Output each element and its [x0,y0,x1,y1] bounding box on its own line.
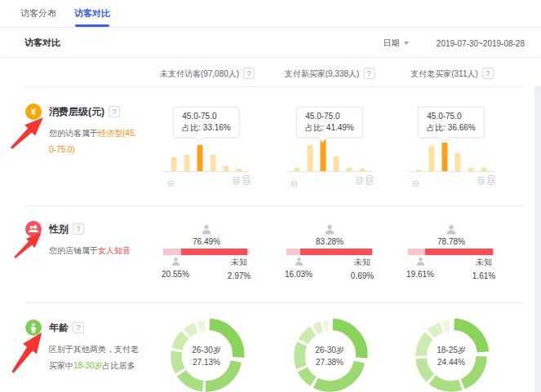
row-description: 区别于其他两类，支付老买家中18-30岁占比居多 [49,341,140,374]
chart-tooltip: 45.0-75.0 占比: 36.66% [418,107,484,138]
coins-high-icon [233,172,251,187]
male-icon [171,259,181,268]
consumption-chart-unpaid: 45.0-75.0 占比: 33.16% [157,96,255,205]
female-icon [324,224,336,237]
male-block: 16.03% [282,257,315,279]
row-title: 消费层级(元) [49,105,104,119]
female-icon [446,224,458,237]
male-percent: 16.03% [282,270,315,279]
tab-visitor-distribution[interactable]: 访客分布 [20,0,56,27]
male-icon [294,259,304,268]
donut-center-label: 26-30岁 27.13% [157,344,255,368]
unknown-block: 未知 0.69% [346,257,379,280]
gender-chart-new-buyers: 83.28% 16.03% 未知 0.69% [281,220,379,285]
panel-title: 访客对比 [24,37,60,49]
tab-bar: 访客分布 访客对比 [0,0,541,28]
page-background-strip [534,86,541,392]
column-header-new-buyers: 支付新买家(9,338人)? [285,68,375,80]
donut-center-label: 18-25岁 24.44% [402,344,500,368]
chart-tooltip: 45.0-75.0 占比: 41.49% [296,107,362,138]
unknown-percent: 0.69% [346,271,379,280]
male-block: 19.61% [404,257,437,279]
unknown-label: 未知 [468,257,500,268]
unknown-percent: 1.61% [468,271,500,280]
age-chart-new-buyers: 26-30岁 27.38% [281,316,379,392]
unknown-label: 未知 [223,257,255,268]
male-icon [415,259,426,268]
divider [0,57,541,58]
divider [24,302,524,303]
date-range-value[interactable]: 2019-07-30~2019-08-28 [437,39,525,48]
consumption-chart-new-buyers: 45.0-75.0 占比: 41.49% [281,96,379,205]
male-block: 20.55% [159,257,192,279]
row-description: 您的店铺属于女人知音 [49,243,140,259]
female-percent: 78.78% [402,237,500,246]
help-icon[interactable]: ? [109,106,120,117]
donut-center-label: 26-30岁 27.38% [281,344,379,368]
help-icon[interactable]: ? [243,68,255,79]
gender-chart-repeat-buyers: 78.78% 19.61% 未知 1.61% [402,220,500,285]
date-filter-label[interactable]: 日期 [384,37,400,49]
unknown-label: 未知 [346,257,379,268]
coins-low-icon [412,174,419,188]
gender-chart-unpaid: 76.49% 20.55% 未知 2.97% [157,220,255,285]
male-percent: 19.61% [404,270,437,279]
column-header-unpaid-visitors: 未支付访客(97,080人)? [160,68,255,80]
divider [24,205,524,206]
coins-high-icon [356,172,374,187]
row-description: 您的访客属于经济型(45.0-75.0) [49,126,140,158]
row-label-consumption: ¥ 消费层级(元) ? 您的访客属于经济型(45.0-75.0) [25,104,149,158]
highlight-text: 女人知音 [98,246,131,255]
help-icon[interactable]: ? [363,68,375,79]
male-percent: 20.55% [159,270,192,279]
gender-stacked-bar[interactable] [163,249,250,255]
coins-low-icon [290,174,298,188]
age-chart-unpaid: 26-30岁 27.13% [157,316,255,392]
unknown-block: 未知 1.61% [468,257,500,280]
age-chart-repeat-buyers: 18-25岁 24.44% [402,316,500,392]
active-tab-underline [75,24,109,27]
chevron-down-icon [404,42,409,45]
unknown-block: 未知 2.97% [223,257,255,280]
tab-label: 访客分布 [20,8,56,18]
visitor-compare-page: 访客分布 访客对比 访客对比 日期 2019-07-30~2019-08-28 … [0,0,541,392]
help-icon[interactable]: ? [482,68,494,79]
row-title: 年龄 [49,321,69,335]
female-percent: 83.28% [281,237,379,246]
female-icon [201,224,213,237]
row-title: 性别 [49,222,69,236]
bar-chart[interactable] [171,145,242,171]
tab-visitor-compare[interactable]: 访客对比 [74,0,110,27]
gender-stacked-bar[interactable] [408,249,494,255]
coins-low-icon [167,174,175,188]
consumption-chart-repeat-buyers: 45.0-75.0 占比: 36.66% [402,96,500,205]
tab-label: 访客对比 [74,8,110,18]
unknown-percent: 2.97% [223,271,255,280]
date-filter[interactable]: 日期 2019-07-30~2019-08-28 [384,37,525,49]
bar-chart[interactable] [416,143,487,171]
chart-tooltip: 45.0-75.0 占比: 33.16% [173,107,239,138]
help-icon[interactable]: ? [73,223,84,235]
bar-chart[interactable] [295,139,366,171]
coins-high-icon [477,172,495,187]
female-percent: 76.49% [157,237,255,246]
highlight-text: 18-30岁 [73,361,103,370]
row-label-age: 年龄 ? 区别于其他两类，支付老买家中18-30岁占比居多 [25,319,149,374]
column-header-repeat-buyers: 支付老买家(311人)? [410,68,494,80]
gender-stacked-bar[interactable] [286,249,373,255]
help-icon[interactable]: ? [73,322,84,333]
divider [24,86,522,87]
